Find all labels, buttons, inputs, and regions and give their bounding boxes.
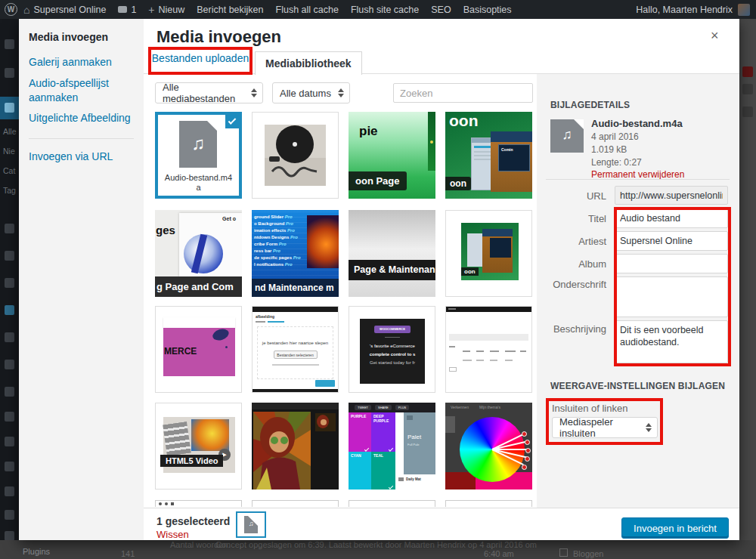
filter-type-select[interactable]: Alle mediabestanden	[155, 82, 263, 103]
media-item-coming-soon-green[interactable]: pie oon Page	[349, 112, 435, 199]
thumb-badge: oon Page	[349, 171, 407, 190]
artist-field[interactable]	[615, 231, 728, 251]
media-item-pro-features[interactable]: ground Slider Pro o Background Pro imati…	[252, 210, 339, 297]
media-item-maintenance[interactable]: Page & Maintenan	[349, 210, 435, 297]
details-date: 4 april 2016	[591, 131, 735, 144]
details-size: 1.019 kB	[591, 144, 735, 156]
admin-bar-view-post[interactable]: Bericht bekijken	[191, 5, 269, 15]
admin-bar-account[interactable]: Hallo, Maarten Hendrix	[636, 4, 756, 16]
selected-check-icon[interactable]	[224, 113, 240, 130]
media-icon[interactable]	[5, 224, 14, 233]
clear-selection-link[interactable]: Wissen	[156, 529, 189, 540]
tile-cyan: CYAN	[349, 452, 371, 490]
nav-explore: Verkennen	[451, 405, 469, 409]
media-item-coming-soon-desktop[interactable]: oon Comin oon	[445, 112, 532, 199]
flag-icon[interactable]	[5, 437, 14, 446]
settings-icon[interactable]	[5, 387, 14, 397]
sidebar-item-all[interactable]: Alle	[3, 127, 17, 136]
media-item-partial[interactable]	[252, 500, 339, 507]
admin-bar-comments[interactable]: 1	[112, 5, 142, 15]
admin-bar-flush-all[interactable]: Flush all cache	[270, 5, 345, 15]
select-arrows-icon	[251, 88, 257, 97]
embed-select[interactable]: Mediaspeler insluiten	[552, 417, 658, 438]
filter-date-select[interactable]: Alle datums	[272, 82, 350, 103]
delete-permanently-link[interactable]: Permanent verwijderen	[591, 169, 735, 180]
selection-preview[interactable]: ♫	[236, 511, 266, 538]
book-icon[interactable]	[5, 462, 14, 471]
search-input[interactable]	[393, 83, 533, 103]
media-item-upload-screenshot[interactable]: afbeelding je bestanden hier naartoe sle…	[252, 306, 339, 393]
album-field[interactable]	[615, 254, 728, 273]
bloggen-checkbox[interactable]	[559, 548, 568, 557]
media-item-html5-video[interactable]: ▶ HTML5 Video	[155, 403, 242, 490]
media-item-partial[interactable]	[445, 500, 532, 507]
site-name: Supersnel Online	[33, 5, 106, 15]
insert-into-post-button[interactable]: Invoegen in bericht	[621, 517, 729, 539]
media-item-woocommerce-dark[interactable]: WOOCOMMERCE 's favorite eCommerce comple…	[349, 306, 435, 393]
sidebar-item-posts[interactable]	[0, 97, 19, 119]
draft-status: Concept opgeslagen om 6:39. Laatst bewer…	[215, 540, 537, 549]
media-item-partial[interactable]	[349, 500, 435, 507]
admin-bar-new[interactable]: +Nieuw	[142, 4, 191, 16]
media-item-cartoon-video[interactable]	[252, 403, 339, 490]
media-item-woocommerce-pink[interactable]: MERCE	[155, 306, 242, 393]
bolt-icon[interactable]	[5, 412, 14, 422]
table-icon[interactable]	[5, 486, 14, 496]
media-item-landing-pages[interactable]: ges Get o g Page and Com	[155, 210, 242, 297]
admin-bar-seo[interactable]: SEO	[425, 5, 457, 15]
poster-word: Get o	[222, 216, 236, 221]
tab-upload-files[interactable]: Bestanden uploaden	[151, 52, 249, 64]
url-field[interactable]	[615, 186, 728, 205]
dashboard-icon[interactable]	[5, 39, 14, 49]
artist-label: Artiest	[537, 236, 606, 247]
admin-bar-flush-site[interactable]: Flush site cache	[345, 5, 425, 15]
media-item-color-wheel[interactable]: Verkennen Mijn thema's	[445, 403, 532, 490]
tweet-button: TWEET	[355, 405, 371, 410]
sidebar-item-new[interactable]: Nie	[3, 147, 15, 156]
cartoon-art	[252, 403, 339, 490]
comments-icon[interactable]	[5, 278, 14, 288]
mini-band	[449, 334, 528, 341]
plugins-label[interactable]: Plugins	[23, 547, 50, 556]
pin-icon	[5, 103, 14, 113]
close-icon[interactable]: ×	[711, 28, 719, 44]
tab-media-library[interactable]: Mediabibliotheek	[255, 51, 362, 75]
media-item-audio[interactable]: ♫ Audio-bestand.m4a	[155, 112, 242, 199]
modal-title: Media invoegen	[156, 27, 281, 47]
sidebar-item-categories[interactable]: Cat	[3, 166, 15, 175]
media-item-coming-soon-small[interactable]: oon	[445, 210, 532, 297]
media-item-turntable[interactable]	[252, 112, 339, 199]
help-icon[interactable]	[5, 510, 14, 520]
media-item-partial[interactable]	[155, 500, 242, 507]
menu-item-insert-url[interactable]: Invoegen via URL	[29, 150, 136, 164]
menu-item-featured-image[interactable]: Uitgelichte Afbeelding	[29, 111, 136, 125]
admin-bar-site[interactable]: ⌂Supersnel Online	[17, 4, 112, 16]
thumb-word: MERCE	[164, 346, 197, 357]
title-label: Titel	[537, 213, 606, 224]
page-behind-strip: Plugins Aantal woorden: 141 Concept opge…	[0, 540, 756, 559]
wordpress-logo-icon[interactable]: W	[5, 3, 17, 16]
mini-blue-button	[315, 380, 335, 387]
menu-item-create-playlist[interactable]: Audio-afspeellijst aanmaken	[29, 76, 136, 105]
title-field[interactable]	[615, 208, 728, 228]
description-field[interactable]: Dit is een voorbeeld audiobestand.	[615, 320, 728, 363]
menu-item-create-gallery[interactable]: Galerij aanmaken	[29, 55, 136, 69]
theme-icon[interactable]	[5, 68, 14, 78]
admin-bar-basic-options[interactable]: Basisopties	[457, 5, 518, 15]
pin2-icon[interactable]	[5, 332, 14, 342]
thumb-word: ges	[156, 224, 175, 236]
media-item-table-screenshot[interactable]	[445, 306, 532, 393]
caption-field[interactable]	[615, 276, 728, 317]
mini-bottombar	[253, 389, 338, 392]
spoke-dot	[525, 456, 530, 462]
sidebar-item-tags[interactable]: Tag	[3, 186, 16, 195]
mini-box	[449, 367, 457, 372]
appearance-icon[interactable]	[5, 305, 14, 315]
menu-item-insert-media[interactable]: Media invoegen	[29, 31, 108, 43]
pages-icon[interactable]	[5, 251, 14, 261]
mini-topbar	[253, 307, 338, 312]
mail-icon[interactable]	[5, 360, 14, 369]
media-item-palette-app[interactable]: TWEET SHARE PLUS PURPLE DEEP PURPLE CYAN…	[349, 403, 435, 490]
hdr-bar	[505, 351, 516, 352]
album-label: Album	[537, 258, 606, 270]
